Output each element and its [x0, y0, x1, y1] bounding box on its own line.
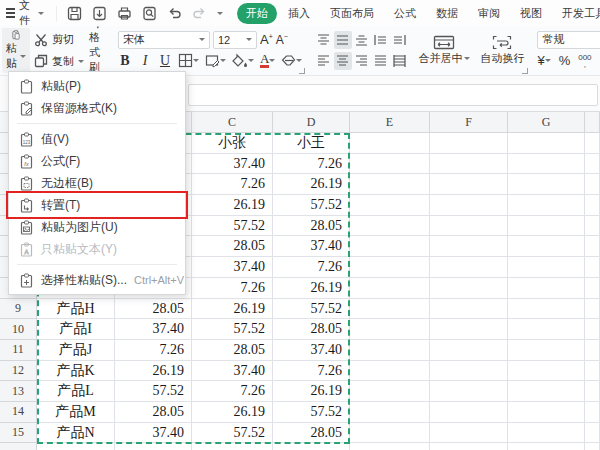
print-icon[interactable] [117, 6, 132, 21]
cell-H5[interactable] [585, 216, 600, 237]
cell-D12[interactable]: 7.26 [273, 361, 350, 382]
draw-border-button[interactable] [205, 53, 226, 68]
tab-1[interactable]: 插入 [279, 3, 319, 24]
cell-A13[interactable]: 产品L [37, 381, 115, 402]
redo-icon[interactable] [192, 6, 207, 21]
cell-A10[interactable]: 产品I [37, 319, 115, 340]
cell-G3[interactable] [508, 174, 585, 195]
row-header-9[interactable]: 9 [0, 299, 37, 320]
cell-H2[interactable] [585, 154, 600, 175]
cell-E1[interactable] [350, 133, 430, 154]
save-icon[interactable] [67, 6, 82, 21]
cell-A16[interactable] [37, 443, 115, 450]
cell-C16[interactable] [192, 443, 273, 450]
cell-A14[interactable]: 产品M [37, 402, 115, 423]
font-color-button[interactable]: A [260, 53, 275, 68]
cell-D4[interactable]: 57.52 [273, 195, 350, 216]
col-header-D[interactable]: D [273, 112, 350, 133]
menu-item-values[interactable]: 123值(V) [9, 128, 185, 150]
cell-F9[interactable] [430, 299, 508, 320]
cell-D9[interactable]: 57.52 [273, 299, 350, 320]
cell-E13[interactable] [350, 381, 430, 402]
cell-H14[interactable] [585, 402, 600, 423]
cell-E4[interactable] [350, 195, 430, 216]
align-left-button[interactable] [315, 52, 333, 70]
cell-H15[interactable] [585, 423, 600, 444]
cell-G13[interactable] [508, 381, 585, 402]
col-header-H[interactable] [585, 112, 600, 133]
cell-F10[interactable] [430, 319, 508, 340]
cell-F14[interactable] [430, 402, 508, 423]
row-header-11[interactable]: 11 [0, 340, 37, 361]
align-middle-button[interactable] [334, 31, 352, 49]
cell-D5[interactable]: 28.05 [273, 216, 350, 237]
cell-C6[interactable]: 28.05 [192, 236, 273, 257]
cell-E5[interactable] [350, 216, 430, 237]
decrease-font-icon[interactable]: A− [276, 33, 288, 47]
cell-C9[interactable]: 26.19 [192, 299, 273, 320]
cell-H7[interactable] [585, 257, 600, 278]
col-header-G[interactable]: G [508, 112, 585, 133]
cell-H16[interactable] [585, 443, 600, 450]
cell-G5[interactable] [508, 216, 585, 237]
cell-G9[interactable] [508, 299, 585, 320]
cell-G2[interactable] [508, 154, 585, 175]
cell-B11[interactable]: 7.26 [115, 340, 192, 361]
currency-button[interactable]: ¥ [537, 53, 550, 68]
wrap-text-button[interactable]: 自动换行 [475, 26, 529, 75]
cell-H3[interactable] [585, 174, 600, 195]
cell-F1[interactable] [430, 133, 508, 154]
cell-H8[interactable] [585, 278, 600, 299]
tab-5[interactable]: 审阅 [469, 3, 509, 24]
cell-H12[interactable] [585, 361, 600, 382]
quick-access-chevron-icon[interactable] [217, 12, 223, 18]
cell-H4[interactable] [585, 195, 600, 216]
menu-item-paste[interactable]: 粘贴(P) [9, 75, 185, 97]
cell-F12[interactable] [430, 361, 508, 382]
tab-7[interactable]: 开发工具 [553, 3, 600, 24]
tab-0[interactable]: 开始 [237, 3, 277, 24]
cell-H6[interactable] [585, 236, 600, 257]
row-header-10[interactable]: 10 [0, 319, 37, 340]
cell-H1[interactable] [585, 133, 600, 154]
tab-2[interactable]: 页面布局 [321, 3, 383, 24]
cell-C2[interactable]: 37.40 [192, 154, 273, 175]
cell-C13[interactable]: 7.26 [192, 381, 273, 402]
align-right-button[interactable] [353, 52, 371, 70]
cell-D1[interactable]: 小王 [273, 133, 350, 154]
thousands-separator-button[interactable]: 000, [578, 54, 591, 68]
col-header-F[interactable]: F [430, 112, 508, 133]
row-header-15[interactable]: 15 [0, 423, 37, 444]
cell-E9[interactable] [350, 299, 430, 320]
cell-E11[interactable] [350, 340, 430, 361]
row-header-13[interactable]: 13 [0, 381, 37, 402]
cell-F3[interactable] [430, 174, 508, 195]
menu-item-no-border[interactable]: 无边框(B) [9, 172, 185, 194]
cell-E8[interactable] [350, 278, 430, 299]
cell-F2[interactable] [430, 154, 508, 175]
cell-B9[interactable]: 28.05 [115, 299, 192, 320]
menu-item-transpose[interactable]: 转置(T) [9, 194, 185, 216]
cell-A9[interactable]: 产品H [37, 299, 115, 320]
font-size-select[interactable]: 12 [213, 31, 257, 49]
tab-3[interactable]: 公式 [385, 3, 425, 24]
cell-B10[interactable]: 37.40 [115, 319, 192, 340]
cell-E6[interactable] [350, 236, 430, 257]
cell-B16[interactable] [115, 443, 192, 450]
cell-G10[interactable] [508, 319, 585, 340]
cell-D14[interactable]: 57.52 [273, 402, 350, 423]
cell-F16[interactable] [430, 443, 508, 450]
cell-A11[interactable]: 产品J [37, 340, 115, 361]
tab-4[interactable]: 数据 [427, 3, 467, 24]
cell-G6[interactable] [508, 236, 585, 257]
cell-D13[interactable]: 26.19 [273, 381, 350, 402]
align-top-button[interactable] [315, 31, 333, 49]
copy-button[interactable]: 复制 [34, 53, 84, 70]
font-name-select[interactable]: 宋体 [118, 31, 210, 49]
paste-button[interactable]: 粘贴 [2, 28, 30, 73]
cell-F5[interactable] [430, 216, 508, 237]
distributed-button[interactable] [391, 52, 409, 70]
cell-D8[interactable]: 26.19 [273, 278, 350, 299]
decrease-indent-button[interactable] [372, 31, 390, 49]
fill-color-button[interactable] [232, 53, 254, 68]
